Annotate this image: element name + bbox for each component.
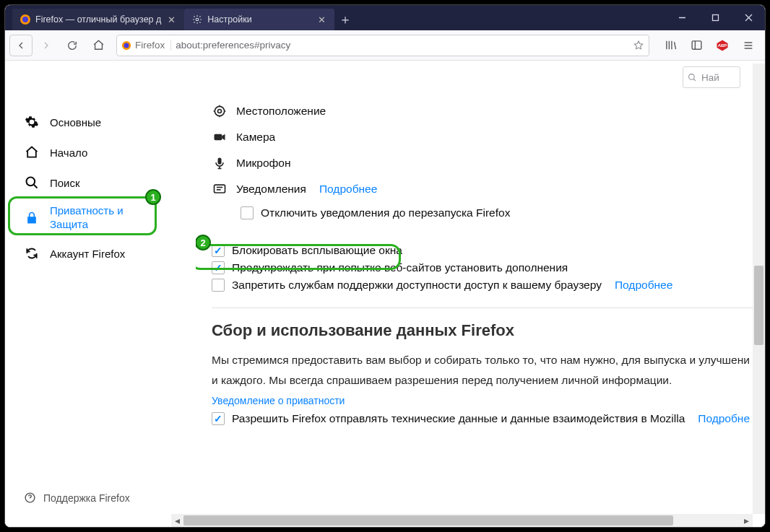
identity-box[interactable]: Firefox xyxy=(121,40,171,51)
vertical-scrollbar[interactable] xyxy=(753,64,765,514)
svg-rect-9 xyxy=(692,41,701,49)
checkbox-label: Разрешить Firefox отправлять технические… xyxy=(232,412,685,425)
permission-notifications: Уведомления Подробнее xyxy=(212,176,753,202)
tab-strip: Firefox — отличный браузер д ✕ Настройки… xyxy=(5,5,356,30)
library-button[interactable] xyxy=(658,34,683,57)
checkbox-label: Запретить службам поддержки доступности … xyxy=(232,279,602,292)
checkbox-label: Предупреждать при попытке веб-сайтов уст… xyxy=(232,261,568,274)
permission-label: Местоположение xyxy=(236,105,326,118)
content-viewport: Най Основные Начало Поиск xyxy=(5,61,765,527)
identity-label: Firefox xyxy=(135,40,165,51)
sidebar-toggle-button[interactable] xyxy=(684,34,709,57)
camera-icon xyxy=(212,129,228,145)
settings-main: Местоположение Камера Микрофон Уведомлен… xyxy=(196,61,753,514)
close-icon[interactable]: ✕ xyxy=(316,14,327,25)
checkbox-label: Отключить уведомления до перезапуска Fir… xyxy=(261,206,510,219)
permission-location: Местоположение xyxy=(212,98,753,124)
permission-label: Уведомления xyxy=(236,183,306,196)
checkbox-icon[interactable] xyxy=(212,261,225,274)
scrollbar-thumb[interactable] xyxy=(183,515,673,526)
maximize-button[interactable] xyxy=(698,5,732,30)
checkbox-icon[interactable] xyxy=(241,206,254,219)
permission-label: Микрофон xyxy=(236,157,291,170)
privacy-notice-link[interactable]: Уведомление о приватности xyxy=(212,395,345,406)
close-icon[interactable]: ✕ xyxy=(165,14,177,25)
checkbox-block-popups[interactable]: Блокировать всплывающие окна xyxy=(212,244,753,257)
sidebar-item-general[interactable]: Основные xyxy=(18,107,196,137)
gear-icon xyxy=(191,14,203,25)
permission-microphone: Микрофон xyxy=(212,150,753,176)
permission-label: Камера xyxy=(236,131,275,144)
annotation-badge-1: 1 xyxy=(145,189,161,205)
window-controls xyxy=(665,5,765,30)
firefox-icon xyxy=(20,14,31,25)
svg-rect-27 xyxy=(215,134,222,140)
menu-button[interactable] xyxy=(736,34,761,57)
titlebar: Firefox — отличный браузер д ✕ Настройки… xyxy=(5,5,765,30)
gear-icon xyxy=(24,114,40,130)
sidebar-item-label: Основные xyxy=(50,116,101,128)
url-text: about:preferences#privacy xyxy=(176,40,628,51)
home-icon xyxy=(24,144,40,160)
checkbox-icon[interactable] xyxy=(212,279,225,292)
sidebar-item-label: Поиск xyxy=(50,177,80,189)
checkbox-icon[interactable] xyxy=(212,412,225,425)
sync-icon xyxy=(24,245,40,261)
reload-button[interactable] xyxy=(60,34,85,57)
sidebar-item-privacy[interactable]: Приватность и Защита xyxy=(18,198,196,238)
svg-rect-29 xyxy=(215,185,225,193)
svg-text:ABP: ABP xyxy=(718,43,727,48)
location-icon xyxy=(212,103,228,119)
svg-rect-4 xyxy=(712,15,718,21)
learn-more-link[interactable]: Подробнее xyxy=(615,279,672,292)
bookmark-star-icon[interactable] xyxy=(633,40,644,51)
tab-settings[interactable]: Настройки ✕ xyxy=(184,9,334,30)
sidebar-item-label: Приватность и xyxy=(50,204,124,218)
close-button[interactable] xyxy=(732,5,765,30)
checkbox-allow-telemetry[interactable]: Разрешить Firefox отправлять технические… xyxy=(212,412,753,425)
checkbox-icon[interactable] xyxy=(212,244,225,257)
abp-extension-icon[interactable]: ABP xyxy=(710,34,735,57)
notification-icon xyxy=(212,181,228,197)
checkbox-label: Блокировать всплывающие окна xyxy=(232,244,402,257)
back-button[interactable] xyxy=(9,35,33,56)
checkbox-block-a11y[interactable]: Запретить службам поддержки доступности … xyxy=(212,279,753,292)
sidebar-item-home[interactable]: Начало xyxy=(18,137,196,167)
support-label: Поддержка Firefox xyxy=(43,492,130,504)
minimize-button[interactable] xyxy=(665,5,698,30)
tab-label: Firefox — отличный браузер д xyxy=(35,14,161,25)
lock-icon xyxy=(24,210,40,226)
sidebar-item-label: Защита xyxy=(50,218,124,232)
svg-point-21 xyxy=(218,110,222,113)
sidebar-item-label: Аккаунт Firefox xyxy=(50,248,125,260)
firefox-icon xyxy=(121,40,131,51)
horizontal-scrollbar[interactable]: ◂ ▸ xyxy=(171,514,753,527)
section-title-data: Сбор и использование данных Firefox xyxy=(212,321,753,340)
svg-point-22 xyxy=(215,106,224,115)
question-icon xyxy=(24,492,36,504)
sidebar-item-search[interactable]: Поиск xyxy=(18,167,196,198)
support-link[interactable]: Поддержка Firefox xyxy=(18,492,196,504)
url-bar[interactable]: Firefox about:preferences#privacy xyxy=(116,35,649,56)
svg-line-19 xyxy=(34,185,38,188)
settings-sidebar: Основные Начало Поиск Приватность и Защи… xyxy=(5,61,196,514)
checkbox-disable-notifications[interactable]: Отключить уведомления до перезапуска Fir… xyxy=(241,206,753,219)
forward-button[interactable] xyxy=(34,34,59,57)
tab-firefox-home[interactable]: Firefox — отличный браузер д ✕ xyxy=(12,9,184,30)
svg-point-2 xyxy=(196,18,199,21)
tab-label: Настройки xyxy=(207,14,251,25)
scrollbar-thumb[interactable] xyxy=(754,266,763,345)
home-button[interactable] xyxy=(86,34,111,57)
sidebar-item-account[interactable]: Аккаунт Firefox xyxy=(18,238,196,269)
data-section-paragraph: Мы стремимся предоставить вам выбор и со… xyxy=(212,350,753,391)
learn-more-link[interactable]: Подробнее xyxy=(319,183,377,196)
nav-toolbar: Firefox about:preferences#privacy ABP xyxy=(5,30,765,61)
checkbox-warn-addons[interactable]: Предупреждать при попытке веб-сайтов уст… xyxy=(212,261,753,274)
search-icon xyxy=(24,175,40,191)
learn-more-link[interactable]: Подробне xyxy=(698,412,750,425)
sidebar-item-label: Начало xyxy=(50,147,87,159)
section-divider xyxy=(212,308,753,308)
scroll-left-icon[interactable]: ◂ xyxy=(171,515,183,527)
new-tab-button[interactable]: ＋ xyxy=(334,9,356,30)
scroll-right-icon[interactable]: ▸ xyxy=(740,515,753,527)
